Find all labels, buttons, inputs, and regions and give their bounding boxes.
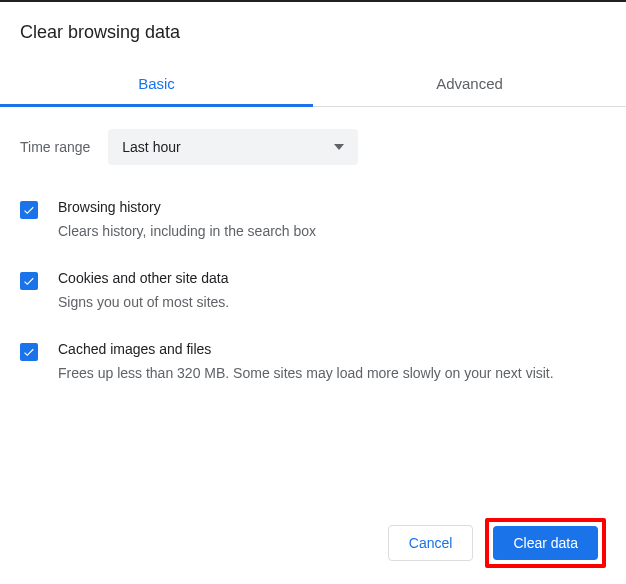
option-title: Cached images and files <box>58 341 606 357</box>
option-sub: Frees up less than 320 MB. Some sites ma… <box>58 363 606 384</box>
option-title: Cookies and other site data <box>58 270 606 286</box>
option-cache: Cached images and files Frees up less th… <box>20 341 606 384</box>
checkbox-browsing-history[interactable] <box>20 201 38 219</box>
option-sub: Signs you out of most sites. <box>58 292 606 313</box>
cancel-button[interactable]: Cancel <box>388 525 474 561</box>
checkbox-cookies[interactable] <box>20 272 38 290</box>
dialog-content: Time range Last hour Browsing history Cl… <box>0 107 626 502</box>
option-title: Browsing history <box>58 199 606 215</box>
clear-browsing-data-dialog: Clear browsing data Basic Advanced Time … <box>0 0 626 584</box>
dialog-title: Clear browsing data <box>0 2 626 43</box>
option-cookies: Cookies and other site data Signs you ou… <box>20 270 606 313</box>
highlight-annotation: Clear data <box>485 518 606 568</box>
time-range-row: Time range Last hour <box>20 129 606 165</box>
tab-bar: Basic Advanced <box>0 61 626 107</box>
option-text: Cached images and files Frees up less th… <box>58 341 606 384</box>
time-range-label: Time range <box>20 139 90 155</box>
clear-data-button[interactable]: Clear data <box>493 526 598 560</box>
option-text: Cookies and other site data Signs you ou… <box>58 270 606 313</box>
time-range-select[interactable]: Last hour <box>108 129 358 165</box>
check-icon <box>22 203 36 217</box>
tab-basic[interactable]: Basic <box>0 61 313 106</box>
option-browsing-history: Browsing history Clears history, includi… <box>20 199 606 242</box>
option-text: Browsing history Clears history, includi… <box>58 199 606 242</box>
time-range-value: Last hour <box>122 139 180 155</box>
chevron-down-icon <box>334 144 344 150</box>
dialog-footer: Cancel Clear data <box>0 502 626 584</box>
check-icon <box>22 345 36 359</box>
tab-advanced[interactable]: Advanced <box>313 61 626 106</box>
checkbox-cache[interactable] <box>20 343 38 361</box>
check-icon <box>22 274 36 288</box>
option-sub: Clears history, including in the search … <box>58 221 606 242</box>
